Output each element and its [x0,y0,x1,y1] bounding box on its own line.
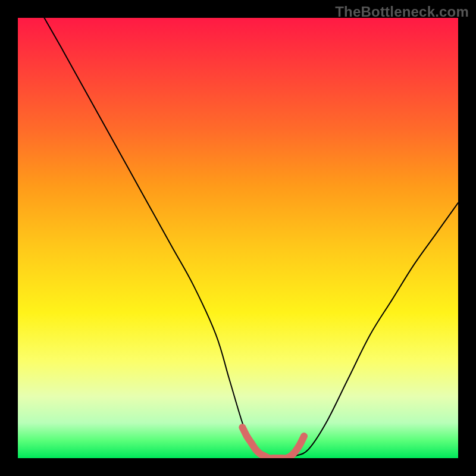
plot-area [18,18,458,458]
curve-svg [18,18,458,458]
chart-container: TheBottleneck.com [0,0,476,476]
series-bottleneck-curve [44,18,458,458]
series-optimal-floor [242,427,304,458]
